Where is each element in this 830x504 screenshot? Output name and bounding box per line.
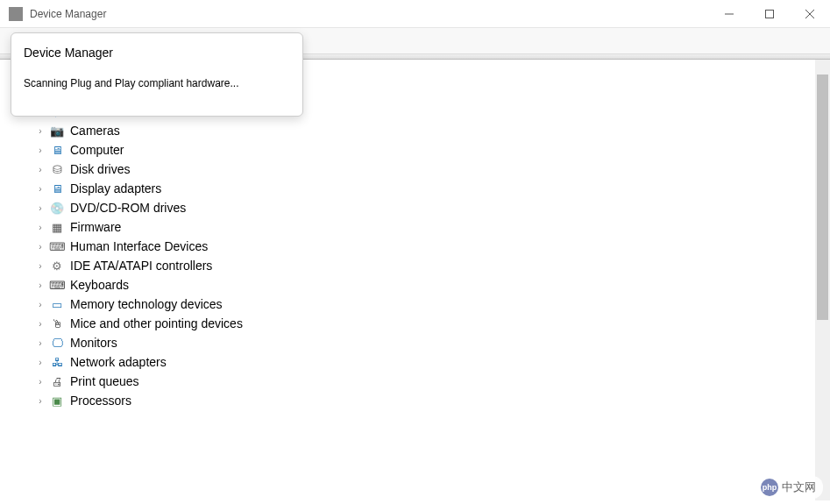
scanning-dialog: Device Manager Scanning Plug and Play co… bbox=[11, 32, 303, 117]
tree-item[interactable]: ›🖨Print queues bbox=[0, 372, 815, 391]
tree-item[interactable]: ›💿DVD/CD-ROM drives bbox=[0, 198, 815, 217]
expand-icon[interactable]: › bbox=[35, 338, 46, 348]
tree-item-label: Keyboards bbox=[70, 278, 129, 292]
tree-item[interactable]: ›📷Cameras bbox=[0, 121, 815, 140]
expand-icon[interactable]: › bbox=[35, 396, 46, 406]
minimize-button[interactable] bbox=[709, 0, 749, 28]
close-icon bbox=[805, 10, 814, 18]
expand-icon[interactable]: › bbox=[35, 358, 46, 367]
expand-icon[interactable]: › bbox=[35, 280, 46, 290]
expand-icon[interactable]: › bbox=[35, 184, 46, 194]
device-category-icon: 💿 bbox=[49, 201, 65, 215]
tree-item-label: IDE ATA/ATAPI controllers bbox=[70, 259, 212, 273]
watermark: php 中文网 bbox=[754, 476, 823, 499]
maximize-button[interactable] bbox=[749, 0, 790, 28]
tree-item[interactable]: ›⌨Human Interface Devices bbox=[0, 237, 815, 256]
expand-icon[interactable]: › bbox=[35, 165, 46, 174]
expand-icon[interactable]: › bbox=[35, 203, 46, 213]
tree-item[interactable]: ›⛁Disk drives bbox=[0, 160, 815, 179]
expand-icon[interactable]: › bbox=[35, 242, 46, 252]
tree-item[interactable]: ›🖱Mice and other pointing devices bbox=[0, 314, 815, 333]
titlebar: Device Manager bbox=[0, 0, 830, 28]
tree-item-label: Mice and other pointing devices bbox=[70, 316, 243, 330]
app-icon bbox=[9, 7, 23, 21]
device-category-icon: ⚙ bbox=[49, 259, 65, 273]
expand-icon[interactable]: › bbox=[35, 319, 46, 329]
tree-item-label: Human Interface Devices bbox=[70, 239, 208, 253]
watermark-logo: php bbox=[761, 479, 778, 496]
expand-icon[interactable]: › bbox=[35, 261, 46, 271]
scrollbar-thumb[interactable] bbox=[817, 75, 828, 320]
window-controls bbox=[709, 0, 830, 28]
device-category-icon: ⛁ bbox=[49, 162, 65, 176]
tree-item[interactable]: ›▣Processors bbox=[0, 391, 815, 410]
tree-item[interactable]: ›🖵Monitors bbox=[0, 333, 815, 352]
dialog-message: Scanning Plug and Play compliant hardwar… bbox=[24, 77, 290, 89]
close-button[interactable] bbox=[790, 0, 830, 28]
tree-item[interactable]: ›⌨Keyboards bbox=[0, 275, 815, 295]
device-category-icon: 🖱 bbox=[49, 316, 65, 330]
device-category-icon: 📷 bbox=[49, 124, 65, 138]
device-category-icon: ⌨ bbox=[49, 278, 65, 292]
device-category-icon: 🖥 bbox=[49, 143, 65, 157]
tree-item[interactable]: ›🖧Network adapters bbox=[0, 352, 815, 372]
expand-icon[interactable]: › bbox=[35, 300, 46, 309]
dialog-title: Device Manager bbox=[24, 46, 290, 60]
tree-item[interactable]: ›⚙IDE ATA/ATAPI controllers bbox=[0, 256, 815, 275]
tree-item-label: Display adapters bbox=[70, 181, 161, 195]
tree-item-label: Processors bbox=[70, 394, 131, 408]
tree-item[interactable]: ›🖥Computer bbox=[0, 140, 815, 160]
device-tree[interactable]: ›🔊Audio inputs and outputs›🔋Batteries›ᛒB… bbox=[0, 60, 815, 500]
tree-item-label: Network adapters bbox=[70, 355, 167, 369]
tree-item[interactable]: ›🖥Display adapters bbox=[0, 179, 815, 198]
tree-item[interactable]: ›▦Firmware bbox=[0, 217, 815, 237]
tree-item-label: Monitors bbox=[70, 336, 117, 350]
content-area: ›🔊Audio inputs and outputs›🔋Batteries›ᛒB… bbox=[0, 60, 830, 500]
tree-item-label: Cameras bbox=[70, 124, 120, 138]
tree-item[interactable]: ›▭Memory technology devices bbox=[0, 295, 815, 314]
device-category-icon: ▣ bbox=[49, 394, 65, 408]
device-category-icon: 🖧 bbox=[49, 355, 65, 369]
device-category-icon: 🖥 bbox=[49, 181, 65, 195]
tree-item-label: Disk drives bbox=[70, 162, 130, 176]
device-category-icon: 🖵 bbox=[49, 336, 65, 350]
device-category-icon: ▦ bbox=[49, 220, 65, 234]
expand-icon[interactable]: › bbox=[35, 377, 46, 387]
vertical-scrollbar[interactable] bbox=[815, 60, 830, 500]
device-category-icon: 🖨 bbox=[49, 374, 65, 388]
tree-item-label: Print queues bbox=[70, 374, 139, 388]
minimize-icon bbox=[725, 10, 734, 18]
tree-item-label: Memory technology devices bbox=[70, 297, 223, 311]
device-category-icon: ⌨ bbox=[49, 239, 65, 253]
expand-icon[interactable]: › bbox=[35, 126, 46, 136]
window-title: Device Manager bbox=[30, 8, 709, 20]
tree-item-label: DVD/CD-ROM drives bbox=[70, 201, 186, 215]
tree-item-label: Computer bbox=[70, 143, 124, 157]
svg-rect-1 bbox=[766, 10, 774, 18]
maximize-icon bbox=[765, 10, 774, 18]
watermark-text: 中文网 bbox=[782, 479, 816, 495]
expand-icon[interactable]: › bbox=[35, 223, 46, 232]
tree-item-label: Firmware bbox=[70, 220, 121, 234]
device-category-icon: ▭ bbox=[49, 297, 65, 311]
expand-icon[interactable]: › bbox=[35, 146, 46, 155]
